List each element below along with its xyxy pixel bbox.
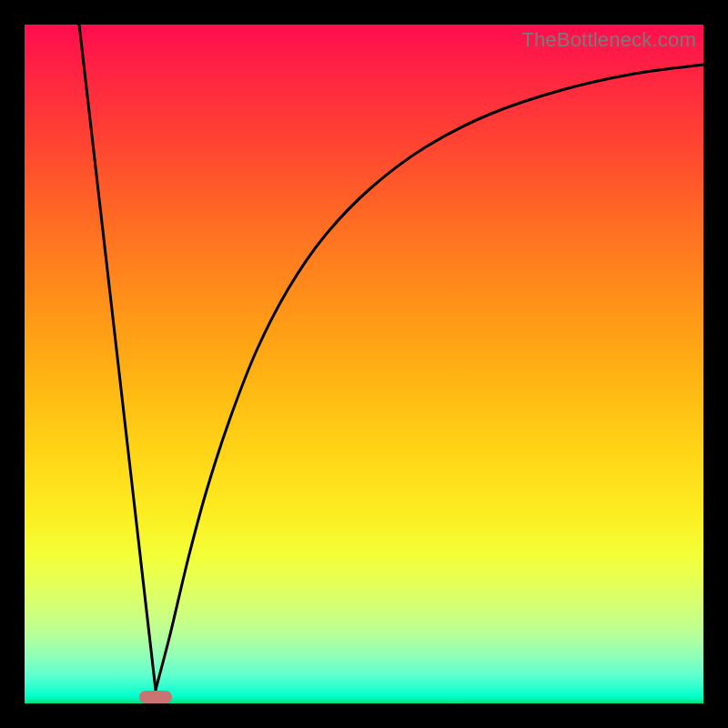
bottleneck-marker	[139, 691, 172, 703]
chart-frame: TheBottleneck.com	[0, 0, 728, 728]
rising-curve-path	[156, 65, 703, 690]
curves-svg	[25, 25, 703, 703]
descending-line-path	[79, 25, 156, 690]
plot-area: TheBottleneck.com	[25, 25, 703, 703]
